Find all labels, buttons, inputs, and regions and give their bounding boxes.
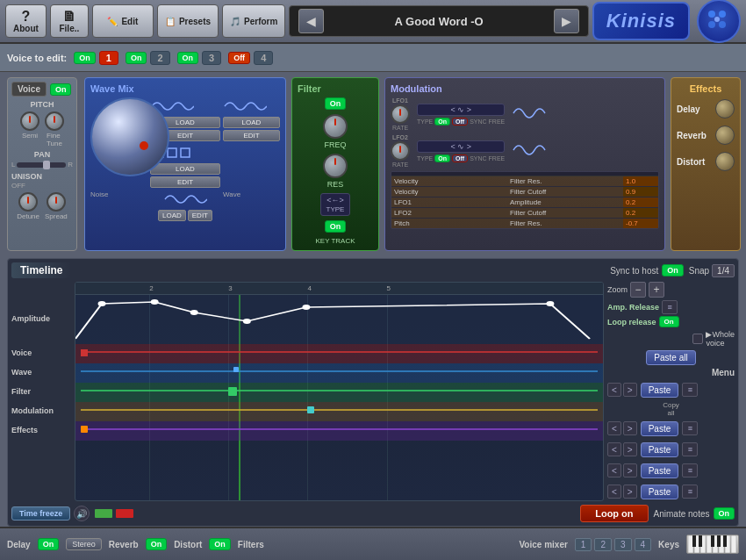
voice-left-btn[interactable]: <: [607, 383, 621, 397]
zoom-plus-button[interactable]: +: [649, 282, 664, 298]
effects-menu-btn[interactable]: ≡: [682, 485, 698, 499]
voice-mix-2-btn[interactable]: 2: [594, 538, 612, 551]
whole-voice-checkbox[interactable]: [692, 334, 703, 344]
mod-paste-button[interactable]: Paste: [641, 463, 679, 478]
loop-on-button[interactable]: Loop on: [580, 505, 648, 522]
res-knob[interactable]: [323, 154, 348, 178]
delay-knob[interactable]: [715, 99, 735, 118]
load-btn-bottom[interactable]: LOAD: [158, 210, 186, 221]
voice3-on-button[interactable]: On: [177, 52, 199, 64]
paste-all-button[interactable]: Paste all: [646, 350, 695, 365]
lfo2-type-button[interactable]: < ∿ >: [417, 140, 505, 153]
edit-button[interactable]: ✏️ Edit: [92, 4, 154, 38]
lfo2-on-button[interactable]: On: [434, 154, 450, 162]
filter-paste-row: < > Paste ≡: [607, 440, 735, 459]
filter-left-btn[interactable]: <: [607, 442, 621, 456]
lfo2-knob[interactable]: [391, 141, 410, 161]
freq-knob[interactable]: [323, 114, 348, 139]
next-preset-button[interactable]: ▶: [554, 9, 579, 33]
filter-menu-btn[interactable]: ≡: [682, 442, 698, 456]
lfo1-knob[interactable]: [391, 104, 410, 124]
type-button[interactable]: <←>TYPE: [320, 193, 351, 216]
file-button[interactable]: 🗎 File..: [50, 4, 89, 38]
voice-right-btn[interactable]: >: [623, 383, 637, 397]
global-reverb-on-button[interactable]: On: [146, 538, 168, 550]
wave-paste-button[interactable]: Paste: [641, 421, 679, 436]
wave-ball[interactable]: [90, 97, 169, 176]
filter-right-btn[interactable]: >: [623, 442, 637, 456]
prev-preset-button[interactable]: ◀: [298, 9, 324, 33]
detune-knob[interactable]: [18, 192, 38, 212]
mod-row-1[interactable]: Velocity Filter Res. 1.0: [391, 176, 658, 187]
lfo1-type-button[interactable]: < ∿ >: [417, 104, 505, 116]
wave-right-btn[interactable]: >: [623, 421, 637, 435]
mod-right-btn[interactable]: >: [623, 463, 637, 477]
animate-notes-on-button[interactable]: On: [714, 507, 735, 520]
wave-left-btn[interactable]: <: [607, 421, 621, 435]
edit-btn-topright[interactable]: EDIT: [223, 130, 280, 141]
file-icon: 🗎: [62, 10, 76, 24]
voice-mix-3-btn[interactable]: 3: [614, 538, 632, 551]
voice2-num-button[interactable]: 2: [150, 51, 169, 65]
mod-menu-btn[interactable]: ≡: [682, 463, 698, 477]
lfo2-off-button[interactable]: Off: [452, 154, 468, 162]
effects-paste-button[interactable]: Paste: [641, 485, 679, 499]
voice3-num-button[interactable]: 3: [202, 51, 221, 65]
filter-on-button[interactable]: On: [325, 97, 347, 110]
zoom-minus-button[interactable]: −: [630, 282, 646, 298]
voice-mix-4-btn[interactable]: 4: [635, 538, 652, 551]
voice4-num-button[interactable]: 4: [254, 51, 273, 65]
effects-right-btn[interactable]: >: [623, 485, 637, 499]
sync-on-button[interactable]: On: [662, 264, 684, 276]
edit-btn-bottom[interactable]: EDIT: [188, 210, 212, 221]
voice1-num-button[interactable]: 1: [99, 51, 118, 65]
edit-btn-midleft[interactable]: EDIT: [150, 176, 220, 188]
time-freeze-icon-btn[interactable]: 🔊: [74, 506, 90, 521]
lfo1-off-button[interactable]: Off: [452, 118, 468, 126]
loop-release-on-button[interactable]: On: [659, 316, 679, 327]
stereo-button[interactable]: Stereo: [66, 538, 102, 550]
voice-menu-btn[interactable]: ≡: [682, 383, 698, 397]
spread-knob[interactable]: [47, 192, 66, 212]
load-btn-topright[interactable]: LOAD: [223, 117, 280, 128]
svg-point-13: [546, 301, 554, 306]
keytrack-on-button[interactable]: On: [325, 220, 347, 233]
timeline-canvas[interactable]: 2 3 4 5: [75, 282, 604, 501]
mod-row-2[interactable]: Velocity Filter Cutoff 0.9: [391, 187, 658, 197]
lfo1-on-button[interactable]: On: [434, 118, 450, 126]
mod-left-btn[interactable]: <: [607, 463, 621, 477]
voice1-on-button[interactable]: On: [74, 52, 96, 64]
effects-left-btn[interactable]: <: [607, 485, 621, 499]
voice-on-button[interactable]: On: [50, 83, 72, 96]
wave-mix-panel: Wave Mix LOAD EDIT: [84, 77, 286, 251]
wave-menu-btn[interactable]: ≡: [682, 421, 698, 435]
mod-row-5[interactable]: Pitch Filter Res. -0.7: [391, 219, 658, 228]
semi-knob[interactable]: [20, 111, 39, 131]
filter-paste-button[interactable]: Paste: [641, 442, 679, 457]
wave-topright-icon: [223, 97, 267, 115]
voice4-off-button[interactable]: Off: [228, 52, 250, 64]
time-freeze-button[interactable]: Time freeze: [11, 506, 70, 521]
voice-arrows: < >: [607, 383, 637, 397]
load-btn-midleft[interactable]: LOAD: [150, 163, 220, 175]
distort-knob[interactable]: [715, 152, 735, 171]
fine-tune-knob[interactable]: [45, 111, 64, 131]
zoom-label: Zoom: [607, 285, 628, 294]
voice2-on-button[interactable]: On: [126, 52, 147, 64]
presets-button[interactable]: 📋 Presets: [157, 4, 219, 38]
keys-display[interactable]: [686, 535, 739, 554]
voice-paste-row: < > Paste ≡: [607, 380, 735, 399]
about-button[interactable]: ? About: [5, 4, 47, 38]
pan-slider[interactable]: [17, 162, 66, 168]
perform-icon: 🎵: [230, 17, 240, 26]
lfo1-wave-display: [512, 100, 547, 128]
voice-mix-1-btn[interactable]: 1: [575, 538, 592, 551]
perform-button[interactable]: 🎵 Perform: [222, 4, 285, 38]
voice-paste-button[interactable]: Paste: [641, 383, 679, 398]
mod-row-3[interactable]: LFO1 Amplitude 0.2: [391, 197, 658, 208]
global-delay-on-button[interactable]: On: [38, 538, 60, 550]
global-distort-on-button[interactable]: On: [209, 538, 231, 550]
mod-row-4[interactable]: LFO2 Filter Cutoff 0.2: [391, 208, 658, 219]
reverb-knob[interactable]: [715, 126, 735, 145]
amp-release-btn[interactable]: ≡: [662, 300, 678, 314]
